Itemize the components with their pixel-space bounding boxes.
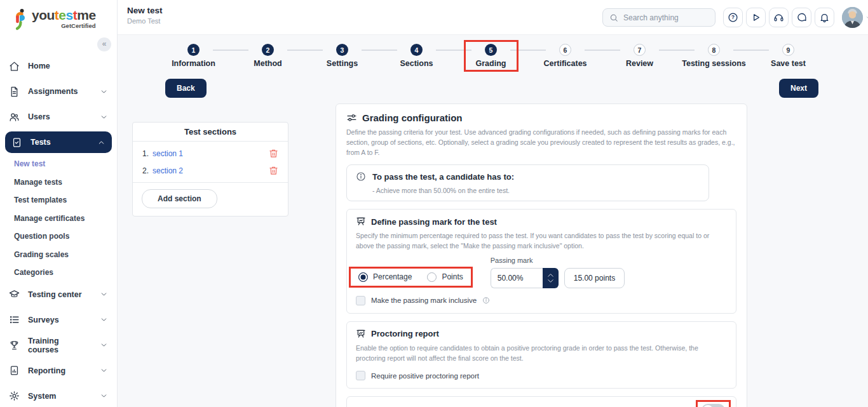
step-grading[interactable]: 5 Grading <box>454 35 528 68</box>
section-2-link[interactable]: section 2 <box>153 166 183 175</box>
points-equivalent-display: 15.00 points <box>564 268 625 288</box>
add-section-button[interactable]: Add section <box>142 189 217 208</box>
inclusive-checkbox-label: Make the passing mark inclusive <box>371 297 477 304</box>
chevron-up-icon <box>97 138 105 147</box>
sidebar-subitem-test-templates[interactable]: Test templates <box>0 191 117 210</box>
user-menu[interactable] <box>842 7 868 28</box>
chevron-down-icon <box>100 113 108 121</box>
step-review[interactable]: 7 Review <box>602 35 677 68</box>
sidebar-subitem-new-test[interactable]: New test <box>0 155 117 173</box>
global-search[interactable] <box>602 8 715 27</box>
test-sections-footer: Add section <box>133 183 288 216</box>
search-input[interactable] <box>623 13 709 22</box>
proctoring-checkbox[interactable] <box>356 371 365 380</box>
sidebar-subitem-question-pools[interactable]: Question pools <box>0 227 117 246</box>
chevron-down-icon <box>865 15 868 21</box>
passing-mark-card: Define passing mark for the test Specify… <box>346 209 736 314</box>
topbar-actions: ? <box>723 7 868 28</box>
step-sections[interactable]: 4 Sections <box>379 35 454 68</box>
notifications-bell-button[interactable] <box>815 8 834 27</box>
info-box-title: To pass the test, a candidate has to: <box>372 172 514 182</box>
chat-button[interactable] <box>792 8 811 27</box>
sidebar-item-users[interactable]: Users <box>0 104 117 130</box>
sidebar-item-reporting[interactable]: Reporting <box>0 358 117 384</box>
play-tutorial-button[interactable] <box>746 8 766 27</box>
sidebar-item-home[interactable]: Home <box>0 53 117 79</box>
chevron-down-icon <box>100 341 108 349</box>
page-subtitle: Demo Test <box>127 17 163 25</box>
wizard-stepper: 1 Information 2 Method 3 Settings 4 Sect… <box>156 35 825 68</box>
chevron-down-icon <box>100 290 108 298</box>
step-settings[interactable]: 3 Settings <box>305 35 379 68</box>
assignments-icon <box>9 86 20 97</box>
panel-description: Define the passing criteria for your tes… <box>346 128 736 157</box>
reporting-icon <box>9 365 20 376</box>
chevron-down-icon <box>547 279 554 283</box>
users-icon <box>9 112 20 123</box>
training-courses-icon <box>9 340 20 350</box>
search-icon <box>609 13 618 22</box>
card-description: Enable the option to require candidates … <box>356 344 727 364</box>
info-box-line: - Achieve more than 50.00% on the entire… <box>372 187 700 194</box>
sidebar-subitem-manage-tests[interactable]: Manage tests <box>0 173 117 192</box>
logo-mark-icon <box>13 8 29 31</box>
next-button[interactable]: Next <box>779 79 818 98</box>
avatar[interactable] <box>842 7 863 28</box>
card-description: Specify the minimum percentage required … <box>356 231 727 251</box>
inclusive-checkbox[interactable] <box>356 296 365 305</box>
sidebar-collapse-button[interactable]: « <box>97 37 111 51</box>
section-1-link[interactable]: section 1 <box>153 149 183 158</box>
sliders-icon <box>346 112 357 123</box>
main-content: 1 Information 2 Method 3 Settings 4 Sect… <box>118 35 868 407</box>
sidebar-item-testing-center[interactable]: Testing center <box>0 282 117 307</box>
grading-configuration-panel: Grading configuration Define the passing… <box>336 103 747 407</box>
app-logo: youtestme GetCertified <box>13 8 96 31</box>
step-testing-sessions[interactable]: 8 Testing sessions <box>677 35 751 68</box>
sidebar-item-tests[interactable]: Tests <box>5 131 112 153</box>
radio-unselected-icon[interactable] <box>427 272 437 282</box>
sidebar-item-surveys[interactable]: Surveys <box>0 307 117 333</box>
passing-mark-row: Percentage Points Passing mark <box>356 257 727 288</box>
info-icon[interactable] <box>482 297 490 304</box>
delete-section-icon[interactable] <box>269 149 278 158</box>
sidebar-menu: Home Assignments Users Tests New test Ma… <box>0 53 117 407</box>
page-title: New test <box>127 6 163 15</box>
board-icon <box>356 217 366 227</box>
headset-support-button[interactable] <box>769 8 789 27</box>
back-button[interactable]: Back <box>165 79 207 98</box>
step-certificates[interactable]: 6 Certificates <box>528 35 602 68</box>
page-title-block: New test Demo Test <box>127 6 163 25</box>
help-button[interactable]: ? <box>723 8 743 27</box>
passing-mark-input[interactable] <box>491 268 543 288</box>
delete-section-icon[interactable] <box>269 166 278 175</box>
chevron-down-icon <box>100 316 108 324</box>
proctoring-checkbox-label: Require positive proctoring report <box>371 372 479 380</box>
chevron-down-icon <box>100 392 108 400</box>
step-method[interactable]: 2 Method <box>231 35 305 68</box>
radio-points[interactable]: Points <box>427 272 463 282</box>
step-information[interactable]: 1 Information <box>156 35 231 68</box>
spinner-buttons[interactable] <box>543 268 559 288</box>
tests-icon <box>11 137 22 148</box>
sidebar-item-training-courses[interactable]: Training courses <box>0 333 117 358</box>
passing-mark-input-group: Passing mark 15.00 points <box>491 257 625 288</box>
chevron-up-icon <box>547 273 554 277</box>
grading-configuration-header: Grading configuration <box>346 112 736 123</box>
radio-selected-icon[interactable] <box>358 272 368 282</box>
sidebar-subitem-manage-certificates[interactable]: Manage certificates <box>0 210 117 228</box>
advanced-settings-toggle[interactable] <box>702 404 725 407</box>
sidebar-item-assignments[interactable]: Assignments <box>0 79 117 104</box>
radio-percentage[interactable]: Percentage <box>358 272 412 282</box>
logo-wordmark: youtestme GetCertified <box>32 8 96 29</box>
top-bar: New test Demo Test ? <box>118 0 868 35</box>
sidebar: youtestme GetCertified « Home Assignment… <box>0 0 118 407</box>
sidebar-item-system[interactable]: System <box>0 384 117 407</box>
card-title: Define passing mark for the test <box>371 217 497 227</box>
sidebar-subitem-grading-scales[interactable]: Grading scales <box>0 246 117 264</box>
logo-subtitle: GetCertified <box>32 23 96 29</box>
step-save-test[interactable]: 9 Save test <box>751 35 825 68</box>
gear-icon <box>9 390 20 401</box>
table-row: 1. section 1 <box>133 145 288 162</box>
sidebar-subitem-categories[interactable]: Categories <box>0 264 117 282</box>
board-icon <box>356 329 366 339</box>
